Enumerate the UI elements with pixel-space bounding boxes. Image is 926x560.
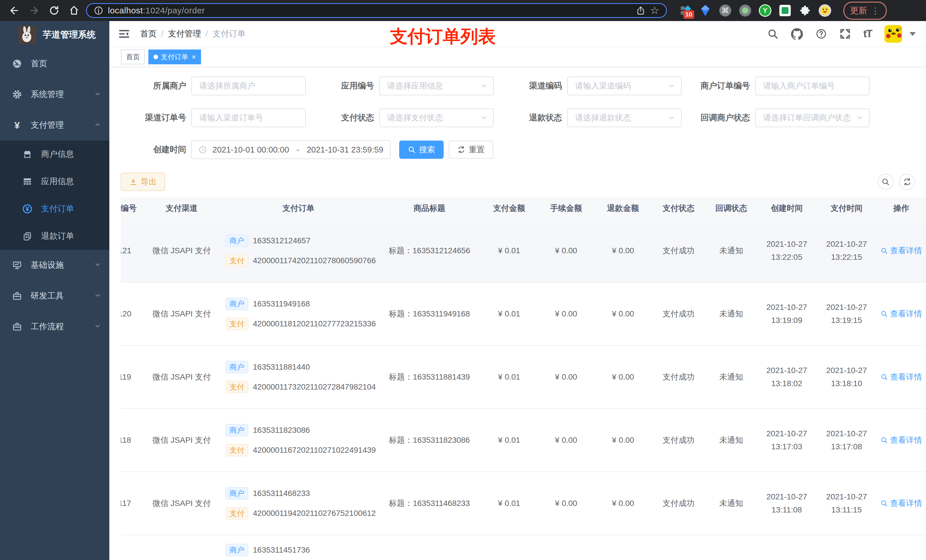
extension-balloon-icon[interactable] [699, 4, 712, 17]
filter-row-2: 渠道订单号 支付状态 退款状态 回调商户状态 [109, 109, 926, 127]
magnifier-icon [881, 373, 888, 381]
sidebar-item-workflow[interactable]: 工作流程 [0, 311, 109, 342]
chevron-down-icon [94, 90, 101, 99]
sidebar-item-home[interactable]: 首页 [0, 48, 109, 79]
sidebar-item-infrastructure[interactable]: 基础设施 [0, 250, 109, 281]
tag-home[interactable]: 首页 [121, 50, 145, 64]
chevron-down-icon [94, 292, 101, 300]
app-frame: 芋道管理系统 首页 系统管理 ¥ 支付管理 [0, 21, 926, 560]
search-icon [881, 178, 890, 186]
extension-green-dot-icon[interactable] [738, 4, 752, 17]
sidebar-collapse-icon[interactable] [118, 27, 130, 40]
tag-pay-order[interactable]: 支付订单 × [148, 50, 201, 64]
filter-callback-status: 回调商户状态 [684, 109, 870, 127]
merchant-tag: 商户 [225, 297, 248, 310]
view-detail-link[interactable]: 查看详情 [876, 435, 926, 445]
bookmark-star-icon[interactable]: ☆ [650, 5, 659, 16]
toggle-search-button[interactable] [878, 174, 894, 190]
view-detail-link[interactable]: 查看详情 [876, 245, 926, 256]
pay-status-select[interactable] [379, 109, 494, 127]
table-row[interactable]: 118 微信 JSAPI 支付 商户1635311823086 支付420000… [121, 409, 926, 472]
app-id-select[interactable] [379, 77, 494, 95]
reset-button[interactable]: 重置 [449, 140, 493, 159]
home-icon [69, 5, 79, 16]
sidebar-item-refund-order[interactable]: 退款订单 [0, 222, 109, 250]
sidebar-item-dev-tools[interactable]: 研发工具 [0, 281, 109, 311]
toolbox-icon [11, 322, 23, 332]
browser-update-button[interactable]: 更新 ⋮ [843, 2, 887, 20]
sidebar-logo[interactable]: 芋道管理系统 [0, 21, 109, 48]
browser-profile-avatar[interactable] [819, 4, 831, 17]
magnifier-icon [881, 247, 888, 254]
merchant-input[interactable] [191, 77, 306, 95]
avatar-caret-icon[interactable] [909, 32, 916, 36]
view-detail-link[interactable]: 查看详情 [876, 498, 926, 509]
browser-back-button[interactable] [6, 3, 22, 18]
user-avatar[interactable] [884, 25, 902, 43]
date-start-value[interactable]: 2021-10-01 00:00:00 [212, 145, 289, 154]
help-icon[interactable] [816, 28, 827, 39]
payment-submenu: 商户信息 应用信息 支付订单 [0, 140, 109, 250]
table-row[interactable]: 117 微信 JSAPI 支付 商户1635311468233 支付420000… [121, 472, 926, 535]
extension-diamond-icon[interactable]: 10 [679, 4, 692, 17]
info-icon[interactable] [94, 6, 103, 15]
magnifier-icon [881, 500, 888, 507]
search-icon[interactable] [767, 28, 779, 39]
text-size-icon[interactable]: tT [863, 28, 872, 40]
sidebar-item-pay-order[interactable]: 支付订单 [0, 195, 109, 222]
view-detail-link[interactable]: 查看详情 [876, 308, 926, 319]
create-time-range-input[interactable]: 2021-10-01 00:00:00 - 2021-10-31 23:59:5… [191, 140, 391, 159]
page-annotation: 支付订单列表 [390, 24, 496, 48]
export-button[interactable]: 导出 [121, 173, 165, 191]
github-icon[interactable] [791, 28, 803, 40]
sidebar-item-app-info[interactable]: 应用信息 [0, 168, 109, 195]
share-icon[interactable] [636, 6, 646, 15]
screen: localhost:1024/pay/order ☆ 10 ⌘ Y [0, 0, 926, 560]
magnifier-icon [881, 436, 888, 444]
view-detail-link[interactable]: 查看详情 [876, 371, 926, 382]
filter-merchant: 所属商户 [121, 77, 306, 95]
date-end-value[interactable]: 2021-10-31 23:59:59 [307, 145, 383, 154]
breadcrumb-payment[interactable]: 支付管理 [168, 28, 201, 39]
sidebar: 芋道管理系统 首页 系统管理 ¥ 支付管理 [0, 21, 109, 560]
close-icon[interactable]: × [192, 53, 196, 60]
table-row[interactable]: 商户1635311451736 [121, 535, 926, 560]
table-grid-icon [22, 177, 33, 186]
pay-tag: 支付 [225, 254, 248, 267]
merchant-order-no-input[interactable] [755, 77, 870, 95]
extension-y-icon[interactable]: Y [758, 4, 772, 17]
fullscreen-icon[interactable] [840, 28, 851, 39]
sidebar-item-merchant-info[interactable]: 商户信息 [0, 140, 109, 168]
browser-home-button[interactable] [66, 3, 82, 18]
url-bar[interactable]: localhost:1024/pay/order ☆ [86, 3, 667, 18]
main-panel: 支付订单列表 首页 / 支付管理 / 支付订单 [109, 21, 926, 560]
search-button[interactable]: 搜索 [399, 140, 443, 159]
table-row[interactable]: 120 微信 JSAPI 支付 商户1635311949168 支付420000… [121, 282, 926, 346]
browser-forward-button[interactable] [26, 3, 42, 18]
refresh-table-button[interactable] [899, 174, 915, 190]
arrow-left-icon [9, 5, 20, 16]
refund-status-select[interactable] [567, 109, 682, 127]
browser-reload-button[interactable] [46, 3, 62, 18]
table-row[interactable]: 121 微信 JSAPI 支付 商户1635312124657 支付420000… [121, 219, 926, 282]
yen-icon: ¥ [11, 120, 23, 131]
sidebar-item-system[interactable]: 系统管理 [0, 79, 109, 110]
filter-pay-status: 支付状态 [309, 109, 494, 127]
channel-code-select[interactable] [567, 77, 682, 95]
extension-command-icon[interactable]: ⌘ [719, 4, 732, 17]
breadcrumb-pay-order: 支付订单 [212, 28, 245, 39]
url-text[interactable]: localhost:1024/pay/order [108, 6, 631, 15]
search-icon [408, 146, 416, 154]
extension-badge: 10 [683, 10, 694, 19]
chevron-up-icon [94, 121, 101, 130]
pay-tag: 支付 [225, 507, 248, 519]
extensions-puzzle-icon[interactable] [799, 4, 811, 17]
breadcrumb-home[interactable]: 首页 [140, 28, 157, 39]
clock-icon [198, 145, 207, 154]
channel-order-no-input[interactable] [191, 109, 306, 127]
sidebar-item-payment[interactable]: ¥ 支付管理 [0, 110, 109, 140]
callback-status-select[interactable] [755, 109, 870, 127]
extension-chat-icon[interactable] [779, 4, 791, 17]
browser-menu-icon[interactable]: ⋮ [871, 6, 880, 16]
table-row[interactable]: 119 微信 JSAPI 支付 商户1635311881440 支付420000… [121, 346, 926, 409]
